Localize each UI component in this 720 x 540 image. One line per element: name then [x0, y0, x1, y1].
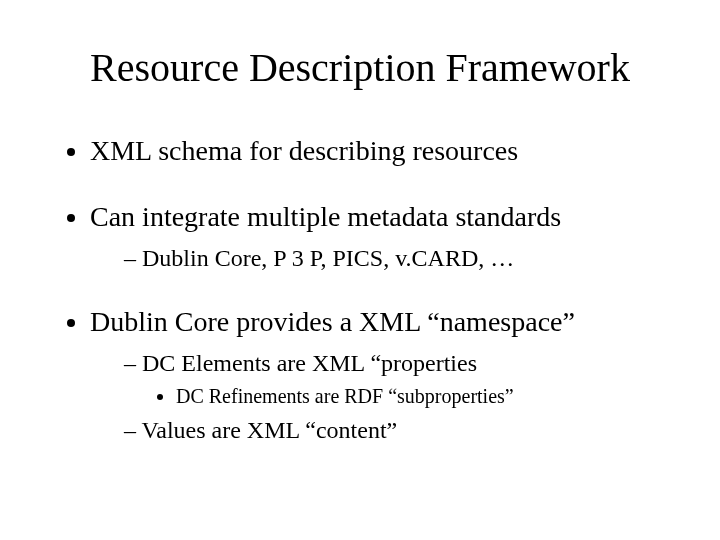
bullet-text: Can integrate multiple metadata standard… — [90, 201, 561, 232]
sub-sub-bullet-list: DC Refinements are RDF “subproperties” — [142, 383, 680, 410]
sub-bullet-item: DC Elements are XML “properties DC Refin… — [124, 347, 680, 410]
sub-sub-bullet-item: DC Refinements are RDF “subproperties” — [176, 383, 680, 410]
sub-bullet-text: Dublin Core, P 3 P, PICS, v.CARD, … — [142, 245, 514, 271]
bullet-item: XML schema for describing resources — [90, 133, 680, 169]
sub-bullet-list: Dublin Core, P 3 P, PICS, v.CARD, … — [90, 242, 680, 274]
bullet-text: XML schema for describing resources — [90, 135, 518, 166]
sub-bullet-list: DC Elements are XML “properties DC Refin… — [90, 347, 680, 447]
sub-bullet-item: Dublin Core, P 3 P, PICS, v.CARD, … — [124, 242, 680, 274]
slide-title: Resource Description Framework — [40, 44, 680, 91]
sub-bullet-text: Values are XML “content” — [142, 417, 398, 443]
slide: Resource Description Framework XML schem… — [0, 0, 720, 540]
bullet-item: Dublin Core provides a XML “namespace” D… — [90, 304, 680, 446]
sub-sub-bullet-text: DC Refinements are RDF “subproperties” — [176, 385, 514, 407]
sub-bullet-item: Values are XML “content” — [124, 414, 680, 446]
sub-bullet-text: DC Elements are XML “properties — [142, 350, 477, 376]
bullet-text: Dublin Core provides a XML “namespace” — [90, 306, 575, 337]
bullet-list: XML schema for describing resources Can … — [40, 133, 680, 446]
bullet-item: Can integrate multiple metadata standard… — [90, 199, 680, 274]
